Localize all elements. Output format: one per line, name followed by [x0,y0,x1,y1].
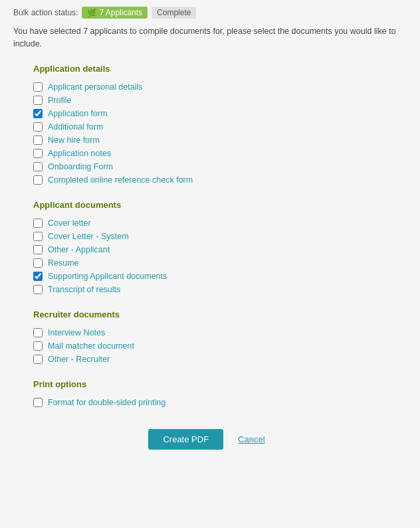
checkbox-row-profile: Profile [13,94,407,107]
section-application_details: Application detailsApplicant personal de… [13,64,407,187]
checkbox-application_notes[interactable] [33,149,43,158]
label-other_applicant[interactable]: Other - Applicant [48,245,110,254]
checkbox-row-other_recruiter: Other - Recruiter [13,353,407,366]
checkbox-row-new_hire_form: New hire form [13,133,407,147]
checkbox-cover_letter_system[interactable] [33,232,43,241]
section-title-applicant_documents: Applicant documents [13,200,407,210]
checkbox-row-application_form: Application form [13,107,407,120]
checkbox-row-applicant_personal_details: Applicant personal details [13,80,407,94]
label-application_notes[interactable]: Application notes [48,149,111,158]
label-onboarding_form[interactable]: Onboarding Form [48,162,113,171]
checkbox-format_double_sided[interactable] [33,398,43,407]
label-completed_online_reference_check_form[interactable]: Completed online reference check form [48,175,193,185]
checkbox-applicant_personal_details[interactable] [33,82,43,92]
label-profile[interactable]: Profile [48,96,71,105]
checkbox-additional_form[interactable] [33,122,43,132]
checkbox-supporting_applicant_documents[interactable] [33,272,43,281]
label-cover_letter_system[interactable]: Cover Letter - System [48,232,129,241]
main-container: Bulk action status: 7 Applicants Complet… [0,0,420,528]
label-additional_form[interactable]: Additional form [48,122,103,132]
cancel-button[interactable]: Cancel [231,429,271,450]
label-cover_letter[interactable]: Cover letter [48,219,91,228]
checkbox-row-format_double_sided: Format for double-sided printing [13,396,407,409]
label-mail_matcher_document[interactable]: Mail matcher document [48,341,134,351]
section-recruiter_documents: Recruiter documentsInterview NotesMail m… [13,309,407,366]
checkbox-row-completed_online_reference_check_form: Completed online reference check form [13,173,407,187]
section-print_options: Print optionsFormat for double-sided pri… [13,379,407,409]
section-title-application_details: Application details [13,64,407,74]
checkbox-interview_notes[interactable] [33,328,43,337]
checkbox-row-cover_letter: Cover letter [13,217,407,230]
badge-applicants: 7 Applicants [82,7,148,19]
section-title-print_options: Print options [13,379,407,389]
checkbox-onboarding_form[interactable] [33,162,43,171]
section-applicant_documents: Applicant documentsCover letterCover Let… [13,200,407,296]
checkbox-resume[interactable] [33,258,43,268]
label-new_hire_form[interactable]: New hire form [48,135,100,145]
create-pdf-button[interactable]: Create PDF [148,429,223,450]
checkbox-profile[interactable] [33,96,43,105]
checkbox-row-additional_form: Additional form [13,120,407,133]
label-other_recruiter[interactable]: Other - Recruiter [48,355,110,364]
checkbox-row-interview_notes: Interview Notes [13,326,407,339]
bulk-status-bar: Bulk action status: 7 Applicants Complet… [13,7,407,19]
checkbox-application_form[interactable] [33,109,43,118]
badge-complete: Complete [152,7,196,19]
bulk-status-label: Bulk action status: [13,8,78,17]
checkbox-row-cover_letter_system: Cover Letter - System [13,230,407,243]
checkbox-new_hire_form[interactable] [33,135,43,145]
label-transcript_of_results[interactable]: Transcript of results [48,285,120,294]
checkbox-other_recruiter[interactable] [33,355,43,364]
checkbox-row-transcript_of_results: Transcript of results [13,283,407,296]
intro-text: You have selected 7 applicants to compil… [13,25,407,50]
checkbox-row-application_notes: Application notes [13,147,407,160]
checkbox-completed_online_reference_check_form[interactable] [33,175,43,185]
label-application_form[interactable]: Application form [48,109,108,118]
sections-container: Application detailsApplicant personal de… [13,64,407,409]
checkbox-cover_letter[interactable] [33,219,43,228]
label-interview_notes[interactable]: Interview Notes [48,328,105,337]
checkbox-row-other_applicant: Other - Applicant [13,243,407,256]
label-applicant_personal_details[interactable]: Applicant personal details [48,82,142,92]
checkbox-row-onboarding_form: Onboarding Form [13,160,407,173]
checkbox-mail_matcher_document[interactable] [33,341,43,351]
checkbox-row-mail_matcher_document: Mail matcher document [13,339,407,353]
label-resume[interactable]: Resume [48,258,79,268]
label-supporting_applicant_documents[interactable]: Supporting Applicant documents [48,272,167,281]
label-format_double_sided[interactable]: Format for double-sided printing [48,398,165,407]
checkbox-other_applicant[interactable] [33,245,43,254]
checkbox-row-resume: Resume [13,256,407,270]
checkbox-row-supporting_applicant_documents: Supporting Applicant documents [13,270,407,283]
footer-buttons: Create PDF Cancel [13,429,407,456]
section-title-recruiter_documents: Recruiter documents [13,309,407,319]
checkbox-transcript_of_results[interactable] [33,285,43,294]
